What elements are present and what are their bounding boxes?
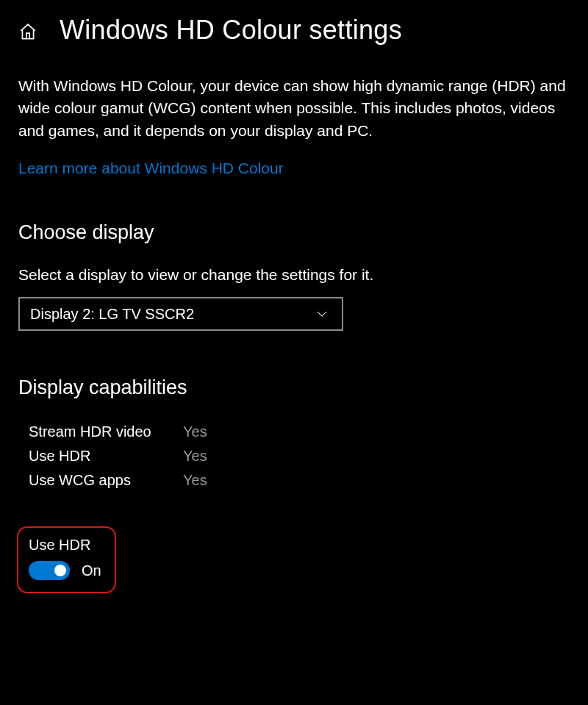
description-text: With Windows HD Colour, your device can … — [18, 75, 570, 142]
display-select-dropdown[interactable]: Display 2: LG TV SSCR2 — [18, 297, 343, 331]
content-area: With Windows HD Colour, your device can … — [0, 53, 588, 593]
display-capabilities-heading: Display capabilities — [18, 376, 570, 399]
use-hdr-highlight-box: Use HDR On — [17, 526, 116, 593]
toggle-state-text: On — [82, 562, 101, 579]
capability-value: Yes — [183, 448, 207, 465]
learn-more-link[interactable]: Learn more about Windows HD Colour — [18, 160, 284, 177]
use-hdr-toggle[interactable] — [29, 561, 70, 580]
capability-label: Stream HDR video — [29, 423, 183, 440]
capability-label: Use HDR — [29, 448, 183, 465]
toggle-knob — [54, 565, 66, 576]
capability-row: Stream HDR video Yes — [18, 420, 570, 444]
capability-value: Yes — [183, 423, 207, 440]
use-hdr-label: Use HDR — [29, 537, 101, 554]
capability-label: Use WCG apps — [29, 472, 183, 489]
home-icon[interactable] — [18, 22, 37, 41]
choose-display-subtext: Select a display to view or change the s… — [18, 266, 570, 284]
capability-row: Use WCG apps Yes — [18, 468, 570, 493]
page-title: Windows HD Colour settings — [60, 15, 402, 46]
capability-row: Use HDR Yes — [18, 444, 570, 468]
display-select-value: Display 2: LG TV SSCR2 — [30, 306, 194, 323]
choose-display-heading: Choose display — [18, 221, 570, 244]
capability-value: Yes — [183, 472, 207, 489]
chevron-down-icon — [315, 307, 329, 321]
page-header: Windows HD Colour settings — [0, 0, 588, 53]
toggle-row: On — [29, 561, 101, 580]
